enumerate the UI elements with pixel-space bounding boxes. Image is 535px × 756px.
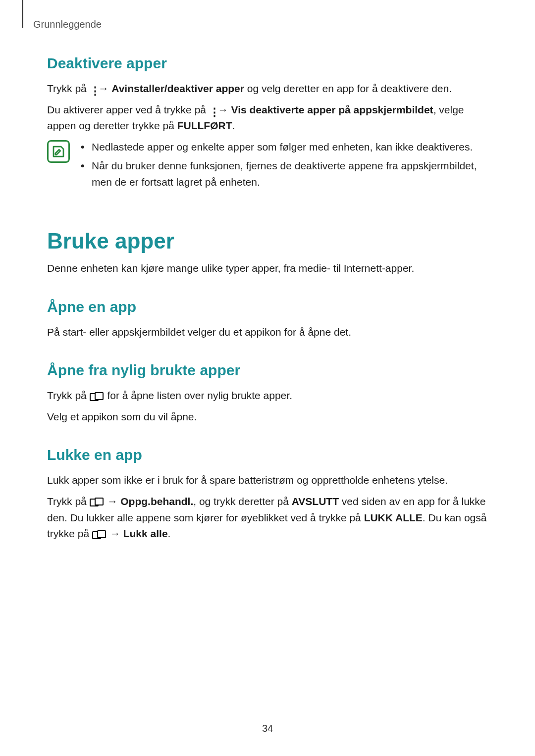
page-content: Grunnleggende Deaktivere apper Trykk på … <box>0 0 535 542</box>
note-block: Nedlastede apper og enkelte apper som fø… <box>47 139 488 194</box>
note-icon <box>47 140 70 163</box>
text-fragment: og velg deretter en app for å deaktivere… <box>244 83 452 94</box>
bold-lukk-alle-caps: LUKK ALLE <box>364 512 423 523</box>
more-options-icon <box>209 104 215 114</box>
heading-apne-en-app: Åpne en app <box>47 299 488 315</box>
heading-lukke-en-app: Lukke en app <box>47 447 488 463</box>
page-number: 34 <box>0 723 535 734</box>
svg-rect-5 <box>98 531 106 538</box>
recent-apps-icon <box>92 529 107 539</box>
bold-lukk-alle: Lukk alle <box>123 528 168 539</box>
header-accent-rule <box>22 0 23 28</box>
recent-apps-icon <box>90 391 105 401</box>
para-deactivate-1: Trykk på → Avinstaller/deaktiver apper o… <box>47 81 488 97</box>
bold-uninstall-deactivate: Avinstaller/deaktiver apper <box>111 83 244 94</box>
bold-show-deactivated: Vis deaktiverte apper på appskjermbildet <box>231 104 433 115</box>
text-fragment: Du aktiverer apper ved å trykke på <box>47 104 209 115</box>
text-fragment: Trykk på <box>47 83 90 94</box>
note-item: Når du bruker denne funksjonen, fjernes … <box>81 158 488 190</box>
heading-apne-fra-nylig: Åpne fra nylig brukte apper <box>47 362 488 379</box>
recent-apps-icon <box>90 496 105 506</box>
para-apne-en-app: På start- eller appskjermbildet velger d… <box>47 324 488 341</box>
para-deactivate-2: Du aktiverer apper ved å trykke på → Vis… <box>47 102 488 134</box>
bold-avslutt: AVSLUTT <box>292 496 339 507</box>
breadcrumb: Grunnleggende <box>33 19 488 30</box>
text-fragment: Trykk på <box>47 496 90 507</box>
text-fragment: , og trykk deretter på <box>193 496 291 507</box>
para-close-2: Trykk på → Oppg.behandl., og trykk deret… <box>47 494 488 542</box>
heading-bruke-apper: Bruke apper <box>47 229 488 253</box>
para-close-1: Lukk apper som ikke er i bruk for å spar… <box>47 472 488 489</box>
svg-rect-3 <box>95 498 103 505</box>
text-fragment: Trykk på <box>47 390 90 401</box>
text-fragment: → <box>105 496 121 507</box>
svg-rect-1 <box>95 393 103 400</box>
more-options-icon <box>90 83 96 93</box>
text-fragment: . <box>232 120 235 131</box>
bold-fullfort: FULLFØRT <box>177 120 232 131</box>
text-fragment: . <box>168 528 171 539</box>
text-fragment: → <box>107 528 123 539</box>
heading-deaktivere-apper: Deaktivere apper <box>47 55 488 72</box>
bold-oppg-behandl: Oppg.behandl. <box>120 496 193 507</box>
para-recents-2: Velg et appikon som du vil åpne. <box>47 409 488 425</box>
note-item: Nedlastede apper og enkelte apper som fø… <box>81 139 488 155</box>
para-recents-1: Trykk på for å åpne listen over nylig br… <box>47 388 488 404</box>
note-list: Nedlastede apper og enkelte apper som fø… <box>81 139 488 194</box>
text-fragment: for å åpne listen over nylig brukte appe… <box>105 390 292 401</box>
para-bruke-apper: Denne enheten kan kjøre mange ulike type… <box>47 260 488 277</box>
